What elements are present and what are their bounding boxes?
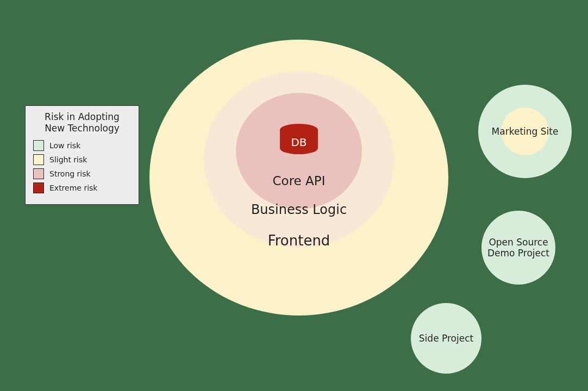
legend-label-low: Low risk xyxy=(49,141,80,150)
label-business-logic: Business Logic xyxy=(251,202,347,217)
swatch-strong-risk xyxy=(33,168,44,179)
legend-box: Risk in Adopting New Technology Low risk… xyxy=(25,105,139,205)
legend-title: Risk in Adopting New Technology xyxy=(33,111,131,135)
legend-label-slight: Slight risk xyxy=(49,155,87,164)
legend-row-strong: Strong risk xyxy=(33,168,131,179)
label-core-api: Core API xyxy=(273,174,326,188)
swatch-low-risk xyxy=(33,140,44,151)
swatch-slight-risk xyxy=(33,154,44,165)
satellite-open-source-demo: Open Source Demo Project xyxy=(481,211,555,285)
label-frontend: Frontend xyxy=(268,232,330,249)
swatch-extreme-risk xyxy=(33,182,44,193)
diagram-stage: Risk in Adopting New Technology Low risk… xyxy=(0,0,588,391)
legend-row-low: Low risk xyxy=(33,140,131,151)
legend-label-strong: Strong risk xyxy=(49,169,91,178)
label-marketing-site: Marketing Site xyxy=(492,126,559,137)
satellite-side-project: Side Project xyxy=(411,303,481,374)
label-open-source-demo: Open Source Demo Project xyxy=(487,237,549,259)
main-ring-group: DB Core API Business Logic Frontend xyxy=(149,28,448,327)
legend-label-extreme: Extreme risk xyxy=(49,184,97,192)
legend-row-slight: Slight risk xyxy=(33,154,131,165)
label-db: DB xyxy=(291,136,306,149)
satellite-marketing-site: Marketing Site xyxy=(478,85,572,178)
legend-row-extreme: Extreme risk xyxy=(33,182,131,193)
label-side-project: Side Project xyxy=(419,333,473,344)
